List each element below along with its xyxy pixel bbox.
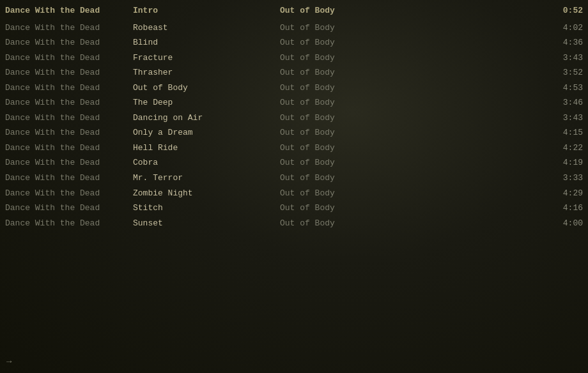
track-album: Out of Body (280, 172, 376, 184)
track-time: 3:33 (545, 172, 583, 184)
arrow-indicator: → (6, 356, 12, 367)
track-time: 3:43 (545, 112, 583, 124)
track-time: 4:29 (545, 188, 583, 199)
track-row[interactable]: Dance With the DeadOnly a DreamOut of Bo… (0, 125, 588, 141)
track-album: Out of Body (280, 37, 376, 49)
track-time: 4:36 (545, 37, 583, 49)
track-artist: Dance With the Dead (5, 37, 133, 49)
track-list: Dance With the Dead Intro Out of Body 0:… (0, 0, 588, 231)
track-artist: Dance With the Dead (5, 112, 133, 124)
track-title: Mr. Terror (133, 172, 280, 184)
track-row[interactable]: Dance With the DeadHell RideOut of Body4… (0, 141, 588, 156)
track-list-header: Dance With the Dead Intro Out of Body 0:… (0, 0, 588, 20)
track-title: Cobra (133, 157, 280, 169)
track-row[interactable]: Dance With the DeadThe DeepOut of Body3:… (0, 95, 588, 110)
track-row[interactable]: Dance With the DeadCobraOut of Body4:19 (0, 155, 588, 171)
track-artist: Dance With the Dead (5, 142, 133, 154)
track-row[interactable]: Dance With the DeadStitchOut of Body4:16 (0, 201, 588, 216)
track-album: Out of Body (280, 112, 376, 124)
header-title: Intro (133, 5, 280, 17)
track-title: Out of Body (133, 82, 280, 94)
track-album: Out of Body (280, 127, 376, 139)
track-row[interactable]: Dance With the DeadFractureOut of Body3:… (0, 50, 588, 66)
track-artist: Dance With the Dead (5, 22, 133, 34)
track-artist: Dance With the Dead (5, 157, 133, 169)
track-title: Stitch (133, 202, 280, 214)
track-row[interactable]: Dance With the DeadBlindOut of Body4:36 (0, 35, 588, 50)
track-title: The Deep (133, 97, 280, 109)
track-time: 3:52 (545, 67, 583, 79)
track-time: 4:19 (545, 157, 583, 169)
track-row[interactable]: Dance With the DeadSunsetOut of Body4:00 (0, 216, 588, 231)
track-time: 4:22 (545, 142, 583, 154)
header-time: 0:52 (545, 5, 583, 17)
track-artist: Dance With the Dead (5, 97, 133, 109)
track-row[interactable]: Dance With the DeadOut of BodyOut of Bod… (0, 80, 588, 96)
track-album: Out of Body (280, 142, 376, 154)
track-album: Out of Body (280, 52, 376, 64)
track-time: 4:16 (545, 202, 583, 214)
track-time: 4:00 (545, 218, 583, 229)
header-artist: Dance With the Dead (5, 5, 133, 17)
track-artist: Dance With the Dead (5, 82, 133, 94)
track-album: Out of Body (280, 82, 376, 94)
track-title: Zombie Night (133, 188, 280, 199)
track-row[interactable]: Dance With the DeadDancing on AirOut of … (0, 110, 588, 126)
track-artist: Dance With the Dead (5, 172, 133, 184)
track-title: Hell Ride (133, 142, 280, 154)
track-artist: Dance With the Dead (5, 202, 133, 214)
track-title: Sunset (133, 218, 280, 229)
track-album: Out of Body (280, 97, 376, 109)
track-artist: Dance With the Dead (5, 127, 133, 139)
track-album: Out of Body (280, 188, 376, 199)
track-time: 4:15 (545, 127, 583, 139)
track-artist: Dance With the Dead (5, 218, 133, 229)
track-album: Out of Body (280, 157, 376, 169)
track-title: Thrasher (133, 67, 280, 79)
track-time: 4:53 (545, 82, 583, 94)
track-album: Out of Body (280, 202, 376, 214)
track-title: Dancing on Air (133, 112, 280, 124)
track-title: Robeast (133, 22, 280, 34)
track-album: Out of Body (280, 22, 376, 34)
track-title: Fracture (133, 52, 280, 64)
track-time: 3:46 (545, 97, 583, 109)
track-album: Out of Body (280, 218, 376, 229)
track-time: 3:43 (545, 52, 583, 64)
track-row[interactable]: Dance With the DeadThrasherOut of Body3:… (0, 65, 588, 80)
track-title: Blind (133, 37, 280, 49)
header-album: Out of Body (280, 5, 376, 17)
track-artist: Dance With the Dead (5, 188, 133, 199)
track-album: Out of Body (280, 67, 376, 79)
track-row[interactable]: Dance With the DeadRobeastOut of Body4:0… (0, 20, 588, 36)
track-artist: Dance With the Dead (5, 67, 133, 79)
track-row[interactable]: Dance With the DeadZombie NightOut of Bo… (0, 186, 588, 201)
track-time: 4:02 (545, 22, 583, 34)
track-row[interactable]: Dance With the DeadMr. TerrorOut of Body… (0, 171, 588, 186)
track-title: Only a Dream (133, 127, 280, 139)
track-artist: Dance With the Dead (5, 52, 133, 64)
